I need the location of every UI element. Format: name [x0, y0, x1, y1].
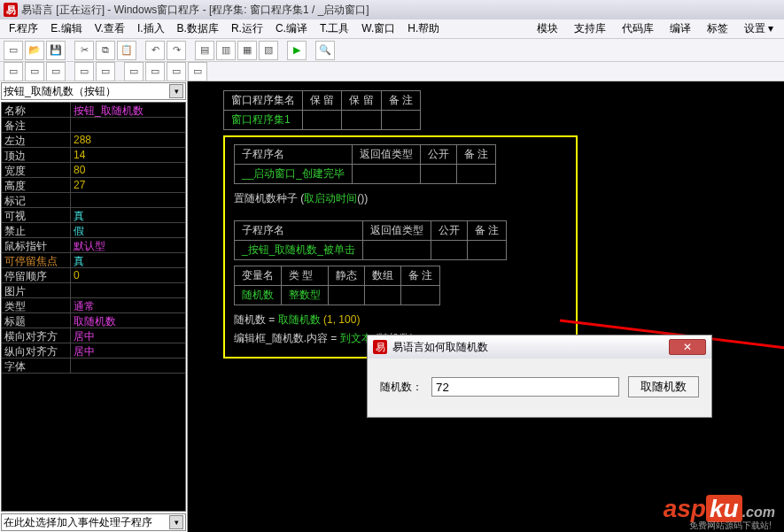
property-row[interactable]: 名称按钮_取随机数 [2, 103, 185, 118]
tb-copy[interactable]: ⧉ [96, 41, 115, 60]
dropdown-arrow-icon[interactable]: ▾ [169, 515, 183, 529]
property-row[interactable]: 顶边14 [2, 148, 185, 163]
menu-insert[interactable]: I.插入 [132, 19, 170, 38]
get-random-button[interactable]: 取随机数 [628, 376, 699, 397]
menu-tools[interactable]: T.工具 [314, 19, 354, 38]
dialog-title: 易语言如何取随机数 [392, 340, 488, 355]
property-key: 字体 [2, 359, 71, 373]
property-row[interactable]: 停留顺序0 [2, 268, 185, 283]
tb-paste[interactable]: 📋 [117, 41, 136, 60]
tb-save[interactable]: 💾 [46, 41, 66, 60]
dialog-close-button[interactable]: ✕ [669, 339, 706, 355]
property-value[interactable]: 14 [71, 148, 185, 162]
menu-tags[interactable]: 标签 [700, 19, 735, 38]
tb2-h[interactable]: ▭ [167, 62, 186, 81]
property-row[interactable]: 字体 [2, 359, 185, 374]
property-row[interactable]: 宽度80 [2, 163, 185, 178]
property-row[interactable]: 横向对齐方式居中 [2, 328, 185, 343]
dropdown-arrow-icon[interactable]: ▾ [169, 84, 183, 98]
event-selector[interactable]: 在此处选择加入事件处理子程序 ▾ [1, 513, 186, 531]
property-row[interactable]: 左边288 [2, 133, 185, 148]
property-value[interactable]: 居中 [71, 343, 185, 358]
property-value[interactable]: 居中 [71, 328, 185, 343]
tb-find[interactable]: 🔍 [315, 41, 335, 60]
code-editor[interactable]: 窗口程序集名 保 留 保 留 备 注 窗口程序集1 子程序名 返回值类型 公开 … [188, 81, 784, 532]
tb-run[interactable]: ▶ [287, 41, 307, 60]
tb-layout2[interactable]: ▥ [216, 41, 236, 60]
menu-help[interactable]: H.帮助 [402, 19, 445, 38]
code-line-assign: 随机数 = 取随机数 (1, 100) [234, 311, 567, 329]
tb2-a[interactable]: ▭ [4, 62, 23, 81]
window-titlebar: 易 易语言 [正在运行] - Windows窗口程序 - [程序集: 窗口程序集… [0, 0, 784, 19]
property-value[interactable]: 真 [71, 253, 185, 267]
property-value[interactable]: 27 [71, 178, 185, 192]
tb2-g[interactable]: ▭ [145, 62, 165, 81]
menu-support-lib[interactable]: 支持库 [567, 19, 613, 38]
toolbar-main: ▭ 📂 💾 ✂ ⧉ 📋 ↶ ↷ ▤ ▥ ▦ ▧ ▶ 🔍 [0, 39, 784, 62]
property-row[interactable]: 类型通常 [2, 298, 185, 313]
random-input[interactable] [431, 377, 619, 397]
menu-module[interactable]: 模块 [530, 19, 565, 38]
property-value[interactable]: 真 [71, 208, 185, 222]
property-key: 左边 [2, 133, 71, 147]
property-row[interactable]: 纵向对齐方式居中 [2, 343, 185, 359]
property-value[interactable] [71, 118, 185, 132]
menu-window[interactable]: W.窗口 [356, 19, 400, 38]
menu-compile2[interactable]: 编译 [663, 19, 698, 38]
tb-undo[interactable]: ↶ [145, 41, 165, 60]
tb2-i[interactable]: ▭ [188, 62, 207, 81]
menu-code-lib[interactable]: 代码库 [615, 19, 661, 38]
tb2-e[interactable]: ▭ [96, 62, 115, 81]
tb-new[interactable]: ▭ [4, 41, 23, 60]
tb-open[interactable]: 📂 [25, 41, 44, 60]
property-row[interactable]: 高度27 [2, 178, 185, 193]
property-value[interactable] [71, 283, 185, 297]
property-row[interactable]: 备注 [2, 118, 185, 133]
property-row[interactable]: 标记 [2, 193, 185, 208]
dialog-titlebar[interactable]: 易 易语言如何取随机数 ✕ [368, 335, 711, 359]
property-value[interactable] [71, 193, 185, 207]
random-dialog: 易 易语言如何取随机数 ✕ 随机数： 取随机数 [367, 335, 712, 418]
col-subname: 子程序名 [235, 221, 363, 241]
property-value[interactable]: 80 [71, 163, 185, 177]
property-value[interactable]: 通常 [71, 298, 185, 312]
property-key: 宽度 [2, 163, 71, 177]
menu-view[interactable]: V.查看 [89, 19, 130, 38]
property-row[interactable]: 禁止假 [2, 223, 185, 238]
tb2-d[interactable]: ▭ [74, 62, 94, 81]
object-selector[interactable]: 按钮_取随机数（按钮） ▾ [1, 82, 186, 100]
property-key: 名称 [2, 103, 71, 117]
property-grid[interactable]: 名称按钮_取随机数备注左边288顶边14宽度80高度27标记可视真禁止假鼠标指针… [1, 102, 186, 512]
property-value[interactable]: 0 [71, 268, 185, 282]
col-remark: 备 注 [401, 266, 440, 286]
property-value[interactable]: 默认型 [71, 238, 185, 252]
tb2-c[interactable]: ▭ [46, 62, 66, 81]
property-value[interactable] [71, 359, 185, 373]
menu-edit[interactable]: E.编辑 [45, 19, 87, 38]
property-row[interactable]: 鼠标指针默认型 [2, 238, 185, 253]
menu-program[interactable]: F.程序 [4, 19, 43, 38]
property-row[interactable]: 可停留焦点真 [2, 253, 185, 268]
var-table: 变量名 类 型 静态 数组 备 注 随机数 整数型 [234, 266, 440, 305]
property-value[interactable]: 288 [71, 133, 185, 147]
tb-layout4[interactable]: ▧ [259, 41, 278, 60]
menu-compile[interactable]: C.编译 [270, 19, 313, 38]
tb-layout1[interactable]: ▤ [195, 41, 214, 60]
property-row[interactable]: 图片 [2, 283, 185, 298]
property-value[interactable]: 按钮_取随机数 [71, 103, 185, 117]
tb-layout3[interactable]: ▦ [237, 41, 257, 60]
col-reserved1: 保 留 [303, 91, 342, 111]
property-row[interactable]: 标题取随机数 [2, 313, 185, 328]
menu-database[interactable]: B.数据库 [172, 19, 224, 38]
sub2-name: _按钮_取随机数_被单击 [235, 241, 363, 260]
tb-cut[interactable]: ✂ [74, 41, 94, 60]
property-value[interactable]: 取随机数 [71, 313, 185, 328]
property-key: 图片 [2, 283, 71, 297]
property-value[interactable]: 假 [71, 223, 185, 237]
tb2-f[interactable]: ▭ [124, 62, 144, 81]
tb-redo[interactable]: ↷ [167, 41, 186, 60]
menu-run[interactable]: R.运行 [226, 19, 268, 38]
tb2-b[interactable]: ▭ [25, 62, 44, 81]
property-row[interactable]: 可视真 [2, 208, 185, 223]
menu-settings[interactable]: 设置 ▾ [737, 19, 780, 38]
